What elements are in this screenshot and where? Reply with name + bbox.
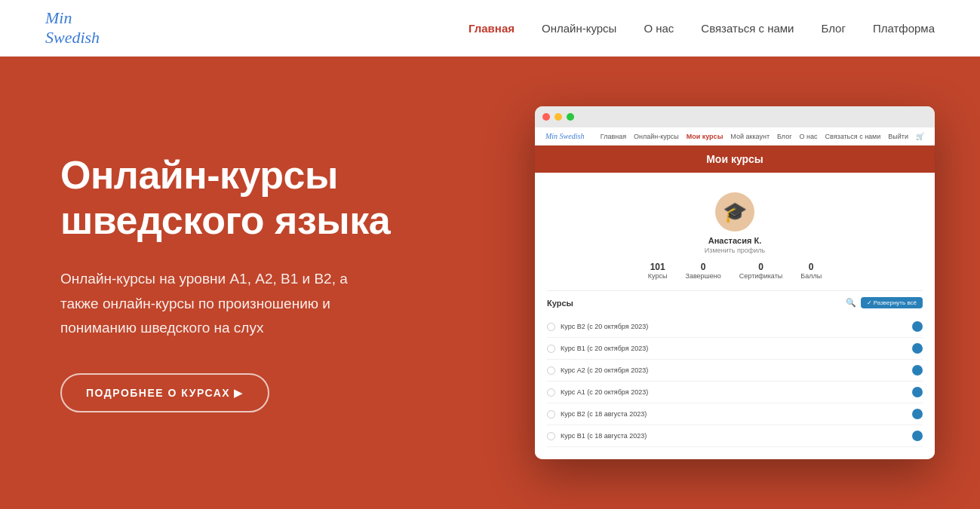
table-row: Курс В1 (с 20 октября 2023) — [547, 338, 923, 360]
hero-cta-button[interactable]: ПОДРОБНЕЕ О КУРСАХ ▶ — [60, 373, 269, 412]
course-label-0: Курс В2 (с 20 октября 2023) — [561, 323, 648, 330]
nav-item-courses[interactable]: Онлайн-курсы — [542, 22, 616, 35]
table-row: Курс В2 (с 20 октября 2023) — [547, 316, 923, 338]
inner-nav-blog[interactable]: Блог — [777, 133, 791, 140]
courses-section-title: Курсы — [547, 299, 573, 308]
hero-section: Онлайн-курсы шведского языка Онлайн-курс… — [0, 57, 980, 509]
inner-nav-cart[interactable]: 🛒 — [916, 133, 924, 140]
browser-titlebar — [535, 106, 935, 127]
nav-item-contact[interactable]: Связаться с нами — [701, 22, 794, 35]
site-logo[interactable]: Min Swedish — [45, 8, 100, 48]
hero-browser-mockup: Min Swedish Главная Онлайн-курсы Мои кур… — [468, 106, 935, 459]
hero-title: Онлайн-курсы шведского языка — [60, 153, 422, 244]
course-dot-4[interactable] — [912, 409, 923, 419]
browser-window: Min Swedish Главная Онлайн-курсы Мои кур… — [535, 106, 935, 459]
course-label-1: Курс В1 (с 20 октября 2023) — [561, 345, 648, 352]
course-dot-2[interactable] — [912, 365, 923, 376]
course-label-5: Курс В1 (с 18 августа 2023) — [561, 432, 647, 440]
nav-item-blog[interactable]: Блог — [821, 22, 845, 35]
inner-logo: Min Swedish — [545, 132, 584, 140]
profile-edit-link[interactable]: Изменить профиль — [705, 247, 765, 254]
inner-browser-nav: Min Swedish Главная Онлайн-курсы Мои кур… — [535, 127, 935, 146]
inner-nav-home[interactable]: Главная — [601, 133, 626, 140]
browser-dot-close — [542, 113, 550, 121]
browser-dot-minimize — [555, 113, 562, 121]
main-nav: Главная Онлайн-курсы О нас Связаться с н… — [468, 22, 935, 35]
expand-all-button[interactable]: ✓ Развернуть всё — [861, 297, 923, 308]
logo-line1: Min — [45, 8, 100, 28]
course-checkbox-2[interactable] — [547, 366, 555, 375]
course-label-2: Курс А2 (с 20 октября 2023) — [561, 366, 648, 374]
table-row: Курс А2 (с 20 октября 2023) — [547, 360, 923, 382]
site-header: Min Swedish Главная Онлайн-курсы О нас С… — [0, 0, 980, 57]
profile-name: Анастасия К. — [708, 236, 761, 245]
hero-content: Онлайн-курсы шведского языка Онлайн-курс… — [60, 153, 422, 412]
stat-certificates: 0 Сертификаты — [739, 262, 782, 280]
course-label-3: Курс А1 (с 20 октября 2023) — [561, 388, 648, 396]
course-checkbox-0[interactable] — [547, 323, 555, 331]
hero-description: Онлайн-курсы на уровни А1, А2, В1 и В2, … — [60, 267, 377, 340]
browser-dot-expand — [567, 113, 574, 121]
course-list: Курс В2 (с 20 октября 2023) Курс В1 (с 2… — [547, 316, 923, 447]
inner-nav-my-courses[interactable]: Мои курсы — [687, 133, 723, 140]
stat-points: 0 Баллы — [800, 262, 822, 280]
inner-nav-courses[interactable]: Онлайн-курсы — [634, 133, 679, 140]
inner-nav-account[interactable]: Мой аккаунт — [730, 133, 770, 140]
inner-nav-contact[interactable]: Связаться с нами — [825, 133, 880, 140]
nav-item-platform[interactable]: Платформа — [873, 22, 935, 35]
search-icon[interactable]: 🔍 — [846, 298, 856, 308]
course-checkbox-1[interactable] — [547, 345, 555, 353]
course-label-4: Курс В2 (с 18 августа 2023) — [561, 410, 647, 418]
profile-section: 🎓 Анастасия К. Изменить профиль 101 Курс… — [547, 185, 923, 290]
courses-actions: 🔍 ✓ Развернуть всё — [846, 297, 923, 308]
course-dot-3[interactable] — [912, 387, 923, 397]
nav-item-home[interactable]: Главная — [468, 22, 515, 35]
inner-page-title: Мои курсы — [535, 146, 935, 173]
course-dot-5[interactable] — [912, 431, 923, 441]
course-checkbox-3[interactable] — [547, 388, 555, 397]
course-checkbox-4[interactable] — [547, 410, 555, 419]
stat-courses: 101 Курсы — [648, 262, 668, 280]
profile-stats: 101 Курсы 0 Завершено 0 Сертификаты 0 — [648, 262, 822, 280]
inner-page-content: 🎓 Анастасия К. Изменить профиль 101 Курс… — [535, 173, 935, 459]
inner-nav-logout[interactable]: Выйти — [888, 133, 908, 140]
course-checkbox-5[interactable] — [547, 432, 555, 440]
logo-line2: Swedish — [45, 28, 100, 48]
course-dot-1[interactable] — [912, 343, 923, 354]
nav-item-about[interactable]: О нас — [644, 22, 674, 35]
avatar: 🎓 — [715, 192, 754, 232]
table-row: Курс А1 (с 20 октября 2023) — [547, 382, 923, 403]
inner-nav-about[interactable]: О нас — [799, 133, 817, 140]
table-row: Курс В2 (с 18 августа 2023) — [547, 403, 923, 425]
course-dot-0[interactable] — [912, 321, 923, 332]
stat-completed: 0 Завершено — [685, 262, 720, 280]
table-row: Курс В1 (с 18 августа 2023) — [547, 425, 923, 447]
courses-section-header: Курсы 🔍 ✓ Развернуть всё — [547, 290, 923, 308]
inner-nav-links: Главная Онлайн-курсы Мои курсы Мой аккау… — [601, 133, 924, 140]
